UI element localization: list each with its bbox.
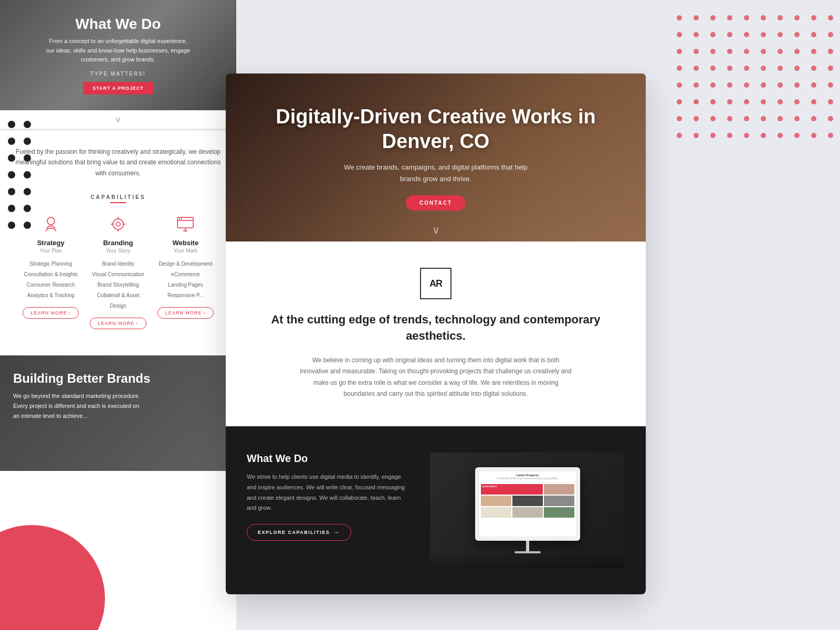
capability-strategy: Strategy Your Plan Strategic Planning Co… bbox=[21, 214, 80, 329]
behind-hero-title: What We Do bbox=[76, 16, 161, 33]
strategy-title: Strategy bbox=[21, 239, 80, 247]
main-bottom-section: What We Do We strive to help clients use… bbox=[226, 426, 646, 594]
scroll-indicator: ∨ bbox=[432, 224, 440, 236]
explore-capabilities-button[interactable]: EXPLORE CAPABILITIES bbox=[247, 524, 351, 541]
behind-hero-description: From a concept to an unforgettable digit… bbox=[45, 37, 192, 65]
portfolio-cell-6 bbox=[481, 507, 511, 518]
website-icon bbox=[175, 214, 196, 235]
strategy-learn-more-button[interactable]: LEARN MORE › bbox=[23, 307, 79, 319]
main-middle-section: AR At the cutting edge of trends, techno… bbox=[226, 242, 646, 426]
main-hero-description: We create brands, campaigns, and digital… bbox=[336, 162, 536, 185]
strategy-subtitle: Your Plan bbox=[21, 248, 80, 254]
strategy-list: Strategic Planning Consultation & Insigh… bbox=[21, 259, 80, 301]
start-project-button[interactable]: START A PROJECT bbox=[83, 82, 153, 94]
portfolio-subtitle: A selection of the most recent work from… bbox=[481, 477, 574, 480]
portfolio-cell-3 bbox=[481, 496, 511, 506]
branding-subtitle: Your Story bbox=[88, 248, 148, 254]
portfolio-cell-2 bbox=[544, 484, 574, 495]
ar-logo-text: AR bbox=[429, 278, 442, 289]
svg-point-0 bbox=[47, 217, 55, 225]
website-list: Design & Development eCommerce Landing P… bbox=[156, 259, 215, 301]
website-title: Website bbox=[156, 239, 215, 247]
strategy-icon bbox=[40, 214, 61, 235]
main-middle-body: We believe in coming up with original id… bbox=[299, 355, 572, 400]
portfolio-cell-4 bbox=[512, 496, 543, 506]
background-page: What We Do From a concept to an unforget… bbox=[0, 0, 236, 630]
svg-point-2 bbox=[116, 222, 120, 226]
branding-icon bbox=[108, 214, 129, 235]
cables-decoration bbox=[430, 552, 625, 568]
svg-point-1 bbox=[113, 219, 123, 229]
dot-pattern-decoration bbox=[672, 10, 840, 158]
portfolio-cell-5 bbox=[544, 496, 574, 506]
main-hero-title: Digitally-Driven Creative Works in Denve… bbox=[247, 104, 625, 154]
capabilities-grid: Strategy Your Plan Strategic Planning Co… bbox=[21, 214, 215, 329]
portfolio-cell-casselmans: CASSELMAN'S bbox=[481, 484, 543, 495]
what-we-do-heading: What We Do bbox=[247, 453, 409, 465]
explore-capabilities-label: EXPLORE CAPABILITIES bbox=[258, 530, 330, 535]
branding-learn-more-button[interactable]: LEARN MORE › bbox=[90, 318, 146, 329]
portfolio-cell-7 bbox=[512, 507, 543, 518]
svg-point-9 bbox=[179, 218, 180, 219]
website-learn-more-button[interactable]: LEARN MORE › bbox=[158, 307, 214, 319]
scroll-down-indicator: ∨ bbox=[0, 110, 236, 129]
branding-list: Brand Identity Visual Communication Bran… bbox=[88, 259, 148, 311]
behind-middle-section: Fueled by the passion for thinking creat… bbox=[0, 129, 236, 355]
website-subtitle: Your Mark bbox=[156, 248, 215, 254]
main-hero-section: Digitally-Driven Creative Works in Denve… bbox=[226, 74, 646, 242]
portfolio-mockup-container: Latest Projects A selection of the most … bbox=[430, 453, 625, 568]
behind-bottom-title: Building Better Brands bbox=[13, 371, 223, 386]
capabilities-label: CAPABILITIES bbox=[21, 194, 215, 200]
portfolio-cell-8 bbox=[544, 507, 574, 518]
branding-title: Branding bbox=[88, 239, 148, 247]
ar-logo: AR bbox=[420, 268, 452, 299]
behind-middle-text: Fueled by the passion for thinking creat… bbox=[10, 146, 226, 178]
behind-bottom-text: We go beyond the standard marketing proc… bbox=[13, 391, 144, 421]
monitor-mockup: Latest Projects A selection of the most … bbox=[430, 453, 625, 568]
behind-hero-section: What We Do From a concept to an unforget… bbox=[0, 0, 236, 110]
what-we-do-body: We strive to help clients use digital me… bbox=[247, 472, 409, 513]
portfolio-grid: CASSELMAN'S bbox=[479, 482, 576, 519]
svg-point-10 bbox=[181, 218, 182, 219]
dot-sidebar-decoration bbox=[8, 121, 31, 229]
contact-button[interactable]: CONTACT bbox=[406, 195, 466, 211]
main-card: Digitally-Driven Creative Works in Denve… bbox=[226, 74, 646, 594]
what-we-do-content: What We Do We strive to help clients use… bbox=[247, 453, 409, 541]
behind-bottom-section: Building Better Brands We go beyond the … bbox=[0, 355, 236, 471]
main-middle-heading: At the cutting edge of trends, technolog… bbox=[247, 312, 625, 344]
capability-website: Website Your Mark Design & Development e… bbox=[156, 214, 215, 329]
red-arc-decoration bbox=[0, 525, 105, 630]
capabilities-section: CAPABILITIES Strategy Your Plan bbox=[10, 189, 226, 340]
capability-branding: Branding Your Story Brand Identity Visua… bbox=[88, 214, 148, 329]
type-matters-label: TYPE MATTERS! bbox=[90, 71, 146, 77]
capabilities-divider bbox=[110, 202, 126, 203]
